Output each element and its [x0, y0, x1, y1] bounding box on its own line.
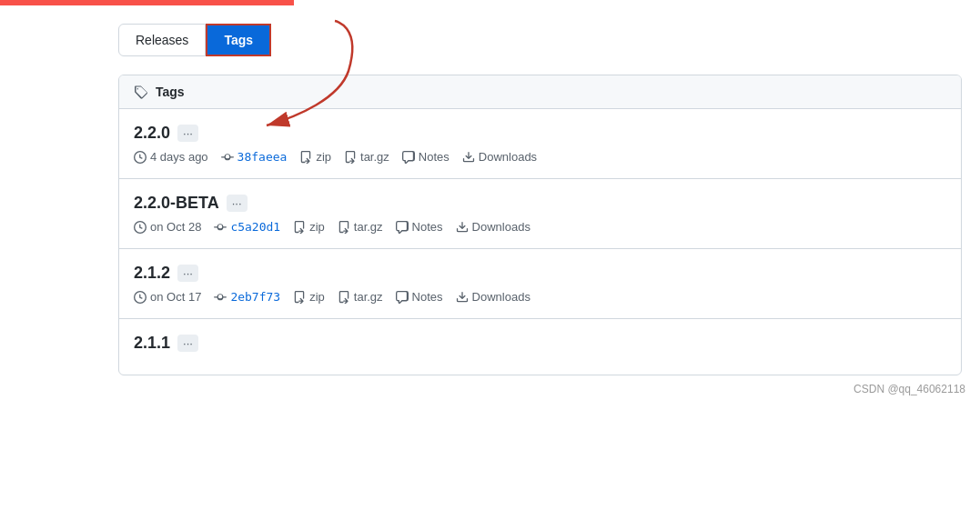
release-row: 2.2.0-BETA ··· on Oct 28 c5a20d1 zip [119, 179, 961, 249]
releases-tab[interactable]: Releases [118, 24, 206, 56]
download-icon [456, 291, 469, 304]
release-meta: on Oct 17 2eb7f73 zip tar.gz [134, 290, 946, 304]
zip-icon [299, 151, 312, 164]
clock-icon [134, 151, 146, 164]
more-options-button[interactable]: ··· [177, 265, 198, 282]
notes-icon [396, 291, 409, 304]
release-time: on Oct 28 [134, 220, 201, 234]
commit-icon [214, 291, 227, 304]
zip-download[interactable]: zip [293, 220, 325, 234]
targz-download[interactable]: tar.gz [338, 290, 383, 304]
commit-icon [221, 151, 234, 164]
notes-icon [402, 151, 415, 164]
targz-icon [344, 151, 357, 164]
release-meta: on Oct 28 c5a20d1 zip tar.gz [134, 220, 946, 234]
watermark: CSDN @qq_46062118 [118, 375, 980, 403]
release-version: 2.2.0-BETA ··· [134, 194, 946, 213]
targz-download[interactable]: tar.gz [344, 150, 389, 164]
targz-icon [338, 291, 350, 304]
download-icon [462, 151, 475, 164]
notes-icon [396, 221, 409, 234]
release-version: 2.2.0 ··· [134, 124, 946, 143]
more-options-button[interactable]: ··· [177, 335, 198, 352]
commit-icon [214, 221, 227, 234]
releases-list: 2.2.0 ··· 4 days ago 38faeea zip [119, 109, 961, 375]
notes-link[interactable]: Notes [402, 150, 450, 164]
targz-icon [338, 221, 350, 234]
clock-icon [134, 291, 146, 304]
zip-download[interactable]: zip [293, 290, 325, 304]
release-row: 2.2.0 ··· 4 days ago 38faeea zip [119, 109, 961, 179]
clock-icon [134, 221, 146, 234]
release-row: 2.1.2 ··· on Oct 17 2eb7f73 zip [119, 249, 961, 319]
commit-hash[interactable]: 38faeea [221, 150, 288, 164]
release-time: on Oct 17 [134, 290, 201, 304]
more-options-button[interactable]: ··· [227, 195, 248, 212]
targz-download[interactable]: tar.gz [338, 220, 383, 234]
release-time: 4 days ago [134, 150, 208, 164]
tags-header-label: Tags [156, 85, 185, 99]
tag-icon [134, 85, 148, 99]
tags-header: Tags [119, 75, 961, 109]
downloads-link[interactable]: Downloads [456, 220, 530, 234]
notes-link[interactable]: Notes [396, 220, 443, 234]
download-icon [456, 221, 469, 234]
content-area: Tags 2.2.0 ··· 4 days ago 38faeea [118, 75, 962, 375]
commit-hash[interactable]: 2eb7f73 [214, 290, 280, 304]
downloads-link[interactable]: Downloads [462, 150, 537, 164]
release-version: 2.1.1 ··· [134, 334, 946, 353]
release-meta: 4 days ago 38faeea zip tar.gz [134, 150, 946, 164]
more-options-button[interactable]: ··· [177, 125, 198, 142]
tags-tab[interactable]: Tags [206, 24, 271, 56]
notes-link[interactable]: Notes [396, 290, 443, 304]
zip-download[interactable]: zip [299, 150, 331, 164]
downloads-link[interactable]: Downloads [456, 290, 530, 304]
commit-hash[interactable]: c5a20d1 [214, 220, 280, 234]
release-version: 2.1.2 ··· [134, 264, 946, 283]
zip-icon [293, 291, 306, 304]
zip-icon [293, 221, 306, 234]
release-row: 2.1.1 ··· [119, 319, 961, 375]
